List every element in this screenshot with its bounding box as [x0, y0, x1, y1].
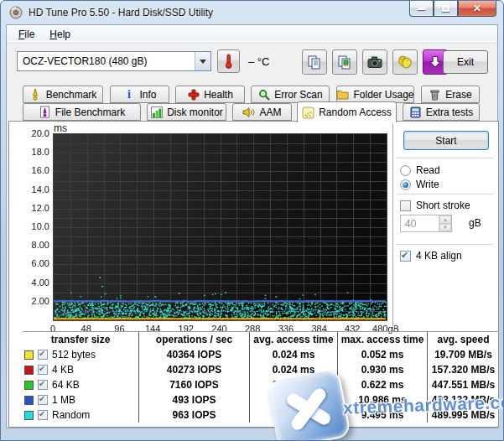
info-icon: i — [122, 88, 135, 101]
tab-erase[interactable]: Erase — [421, 86, 480, 103]
down-arrow-icon — [428, 54, 443, 70]
tab-folder-usage-label: Folder Usage — [353, 89, 413, 101]
title-bar[interactable]: HD Tune Pro 5.50 - Hard Disk/SSD Utility… — [1, 1, 503, 24]
start-button-label: Start — [435, 135, 456, 147]
minimize-button[interactable] — [409, 1, 434, 17]
write-radio[interactable] — [400, 179, 411, 190]
separator — [397, 194, 494, 195]
cell-speed: 447.551 MB/s — [428, 377, 499, 392]
read-option[interactable]: Read — [400, 164, 440, 176]
row-label: 1 MB — [52, 394, 75, 406]
tab-aam-label: AAM — [259, 106, 281, 118]
tab-benchmark-label: Benchmark — [46, 89, 97, 101]
copy-text-button[interactable] — [302, 49, 327, 75]
tab-file-benchmark[interactable]: File Benchmark — [23, 103, 141, 121]
tab-info-label: Info — [139, 89, 156, 101]
y-tick-label: 16.0 — [16, 165, 49, 175]
read-radio[interactable] — [400, 165, 411, 176]
spinner-down-icon[interactable]: ▼ — [439, 224, 451, 232]
separator — [397, 158, 494, 159]
col-header-max-access: max. access time — [338, 332, 428, 347]
drive-select[interactable]: OCZ-VECTOR180 (480 gB) — [17, 51, 211, 71]
cell-avg-time: 0.024 ms — [250, 347, 338, 362]
copy-image-icon — [337, 54, 352, 70]
copy-image-button[interactable] — [332, 49, 357, 75]
temperature-value: – °C — [248, 55, 269, 68]
menu-help[interactable]: Help — [42, 26, 78, 43]
tab-disk-monitor[interactable]: Disk monitor — [147, 103, 226, 121]
y-tick-label: 8.00 — [16, 240, 49, 250]
speaker-icon — [242, 106, 255, 118]
copy-text-icon — [307, 54, 322, 70]
close-icon: ✕ — [473, 3, 481, 14]
cell-ops: 7160 IOPS — [139, 377, 250, 392]
tab-random-access[interactable]: Random Access — [297, 101, 397, 122]
tab-benchmark[interactable]: Benchmark — [23, 86, 103, 103]
temperature-button[interactable] — [217, 49, 240, 73]
capacity-unit-label: gB — [469, 217, 481, 229]
read-label: Read — [416, 164, 440, 176]
close-button[interactable]: ✕ — [458, 1, 496, 17]
random-access-icon — [302, 106, 314, 119]
hands-button[interactable] — [392, 49, 418, 75]
tab-error-scan[interactable]: Error Scan — [251, 86, 330, 103]
align-checkbox[interactable] — [400, 251, 411, 262]
random-access-panel: ms 20.018.016.014.012.010.08.006.004.002… — [8, 121, 499, 428]
chevron-down-icon — [200, 60, 206, 64]
tab-extra-tests-label: Extra tests — [426, 106, 474, 118]
drive-select-dropdown-button[interactable] — [195, 52, 210, 70]
series-swatch — [24, 350, 34, 360]
tab-erase-label: Erase — [445, 89, 471, 101]
table-row: 1 MB — [23, 392, 139, 407]
minimize-icon — [418, 8, 425, 10]
col-header-avg-speed: avg. speed — [428, 332, 499, 347]
tab-error-scan-label: Error Scan — [274, 89, 322, 101]
watermark-logo — [266, 368, 351, 441]
spinner-up-icon[interactable]: ▲ — [439, 215, 451, 224]
col-header-avg-access: avg. access time — [250, 332, 338, 347]
menu-file[interactable]: File — [11, 26, 42, 43]
row-checkbox[interactable] — [38, 350, 48, 360]
row-label: 512 bytes — [52, 349, 96, 361]
series-swatch — [24, 411, 34, 420]
col-header-operations: operations / sec — [139, 332, 250, 347]
chart-canvas — [53, 133, 387, 321]
window-title: HD Tune Pro 5.50 - Hard Disk/SSD Utility — [29, 7, 213, 18]
maximize-button[interactable] — [434, 1, 458, 17]
capacity-spinner[interactable]: 40 ▲ ▼ — [400, 215, 452, 232]
row-checkbox[interactable] — [38, 365, 48, 375]
tab-random-access-label: Random Access — [319, 106, 392, 118]
col-header-transfer-size: transfer size — [23, 332, 139, 347]
y-tick-label: 14.0 — [16, 184, 49, 195]
cell-ops: 493 IOPS — [139, 392, 250, 407]
row-checkbox[interactable] — [38, 395, 48, 405]
error-scan-icon — [257, 88, 270, 101]
row-checkbox[interactable] — [38, 410, 48, 420]
camera-icon — [367, 55, 382, 69]
panel-divider — [392, 123, 394, 329]
row-checkbox[interactable] — [38, 380, 48, 390]
tab-health[interactable]: Health — [175, 86, 245, 103]
app-window: HD Tune Pro 5.50 - Hard Disk/SSD Utility… — [0, 0, 504, 441]
tab-folder-usage[interactable]: Folder Usage — [336, 86, 414, 103]
y-tick-label: 20.0 — [16, 128, 49, 138]
exit-button[interactable]: Exit — [443, 50, 488, 74]
tab-aam[interactable]: AAM — [232, 103, 292, 121]
file-benchmark-icon — [39, 106, 51, 118]
cell-ops: 40364 IOPS — [139, 347, 250, 362]
row-label: 64 KB — [52, 379, 80, 391]
screenshot-button[interactable] — [362, 49, 387, 75]
tab-extra-tests[interactable]: Extra tests — [403, 103, 480, 121]
tab-info[interactable]: i Info — [110, 86, 169, 103]
start-button[interactable]: Start — [403, 131, 489, 150]
calculator-icon — [409, 106, 422, 118]
short-stroke-checkbox[interactable] — [400, 200, 411, 211]
y-tick-label: 2.00 — [16, 296, 49, 306]
y-axis-unit-label: ms — [54, 122, 67, 134]
align-label: 4 KB align — [416, 250, 462, 262]
align-option[interactable]: 4 KB align — [400, 250, 462, 262]
table-row: Random — [23, 407, 139, 423]
short-stroke-option[interactable]: Short stroke — [400, 200, 470, 211]
series-swatch — [24, 366, 34, 375]
write-option[interactable]: Write — [400, 179, 439, 190]
